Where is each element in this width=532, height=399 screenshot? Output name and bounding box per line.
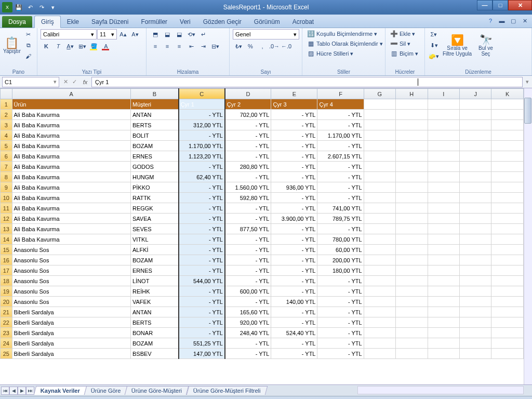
cell[interactable]: 780,00 YTL [317, 234, 364, 245]
font-size-combo[interactable]: 11▾ [97, 29, 117, 39]
cell[interactable] [491, 162, 524, 172]
cell[interactable] [491, 141, 524, 151]
row-header-21[interactable]: 21 [1, 307, 12, 317]
cell[interactable] [364, 151, 395, 162]
cell[interactable]: REGGK [130, 203, 178, 214]
row-header-20[interactable]: 20 [1, 297, 12, 307]
tab-view[interactable]: Görünüm [248, 16, 286, 28]
align-bottom-icon[interactable]: ⬓ [174, 29, 185, 39]
sheet-tab-kaynak-veriler[interactable]: Kaynak Veriler [34, 386, 87, 395]
col-header-A[interactable]: A [12, 89, 130, 99]
cell[interactable] [364, 110, 395, 120]
cell[interactable]: - YTL [317, 286, 364, 297]
cell[interactable] [459, 307, 491, 317]
increase-font-icon[interactable]: A▴ [117, 29, 129, 39]
cell[interactable] [364, 120, 395, 130]
merge-cells-icon[interactable]: ⊟▾ [209, 41, 221, 51]
cell[interactable]: - YTL [225, 203, 271, 214]
cell[interactable]: LİNOT [130, 276, 178, 286]
cell[interactable]: - YTL [225, 297, 271, 307]
cell[interactable] [364, 172, 395, 182]
cell[interactable]: 524,40 YTL [271, 328, 317, 338]
cell[interactable]: - YTL [225, 265, 271, 276]
cell[interactable]: ERNES [130, 151, 178, 162]
cell[interactable]: - YTL [179, 265, 225, 276]
cell[interactable] [364, 276, 395, 286]
formula-input[interactable]: Çyr 1 [91, 77, 523, 87]
cell[interactable] [396, 234, 428, 245]
header-cell[interactable]: Ürün [12, 99, 130, 110]
cell[interactable] [459, 317, 491, 328]
cell[interactable]: - YTL [179, 245, 225, 255]
cell[interactable]: 1.123,20 YTL [179, 151, 225, 162]
row-header-8[interactable]: 8 [1, 172, 12, 182]
cell[interactable]: - YTL [179, 110, 225, 120]
percent-icon[interactable]: % [245, 41, 256, 51]
cell[interactable]: - YTL [317, 317, 364, 328]
row-header-5[interactable]: 5 [1, 141, 12, 151]
cell[interactable] [428, 286, 459, 297]
cell[interactable]: - YTL [179, 317, 225, 328]
cell[interactable] [459, 182, 491, 193]
font-name-combo[interactable]: Calibri▾ [41, 29, 97, 39]
tab-formulas[interactable]: Formüller [135, 16, 174, 28]
cell[interactable]: Ali Baba Kavurma [12, 151, 130, 162]
cell[interactable]: 248,40 YTL [225, 328, 271, 338]
cell[interactable] [459, 110, 491, 120]
cell[interactable]: BSBEV [130, 349, 178, 359]
format-painter-icon[interactable]: 🖌 [23, 51, 34, 61]
cell[interactable]: - YTL [271, 172, 317, 182]
cell[interactable] [491, 120, 524, 130]
cell[interactable]: - YTL [225, 255, 271, 265]
cell[interactable]: - YTL [271, 110, 317, 120]
align-left-icon[interactable]: ≡ [150, 41, 161, 51]
cell[interactable] [396, 297, 428, 307]
cell[interactable]: Anasonlu Sos [12, 265, 130, 276]
cell[interactable]: 544,00 YTL [179, 276, 225, 286]
cell[interactable]: 789,75 YTL [317, 214, 364, 224]
row-header-18[interactable]: 18 [1, 276, 12, 286]
cell[interactable]: BERTS [130, 120, 178, 130]
cell[interactable]: 877,50 YTL [225, 224, 271, 234]
cell[interactable] [459, 172, 491, 182]
cell[interactable]: BOZAM [130, 255, 178, 265]
cell[interactable]: - YTL [179, 193, 225, 203]
row-header-24[interactable]: 24 [1, 338, 12, 349]
cell[interactable]: - YTL [225, 349, 271, 359]
number-format-combo[interactable]: Genel▾ [233, 29, 299, 39]
cell[interactable] [428, 265, 459, 276]
cell[interactable]: - YTL [317, 297, 364, 307]
cell[interactable]: 592,80 YTL [225, 193, 271, 203]
fx-icon[interactable]: fx [79, 79, 91, 85]
cell[interactable]: Ali Baba Kavurma [12, 182, 130, 193]
italic-button[interactable]: T [52, 41, 64, 51]
cell[interactable] [459, 120, 491, 130]
cell[interactable] [459, 338, 491, 349]
cell[interactable]: BOZAM [130, 338, 178, 349]
cell[interactable]: - YTL [271, 255, 317, 265]
cell[interactable]: - YTL [225, 130, 271, 141]
cell[interactable]: RATTK [130, 193, 178, 203]
conditional-formatting-button[interactable]: 🔢Koşullu Biçimlendirme ▾ [305, 29, 378, 38]
name-box[interactable]: C1▾ [2, 77, 59, 87]
cell[interactable] [396, 286, 428, 297]
cell[interactable]: Ali Baba Kavurma [12, 172, 130, 182]
cell[interactable] [396, 110, 428, 120]
cell[interactable]: 600,00 YTL [225, 286, 271, 297]
cell[interactable] [428, 338, 459, 349]
cell[interactable] [491, 265, 524, 276]
cell[interactable]: - YTL [317, 120, 364, 130]
cell[interactable]: - YTL [225, 338, 271, 349]
cell[interactable]: - YTL [271, 193, 317, 203]
format-cells-button[interactable]: ▥Biçim ▾ [389, 49, 419, 58]
cell[interactable]: - YTL [225, 245, 271, 255]
cell[interactable] [491, 328, 524, 338]
header-cell[interactable]: Çyr 1 [179, 99, 225, 110]
cell[interactable]: - YTL [271, 349, 317, 359]
select-all-corner[interactable] [1, 89, 12, 99]
cell[interactable] [364, 255, 395, 265]
cell[interactable]: - YTL [271, 141, 317, 151]
cell[interactable] [364, 224, 395, 234]
cell[interactable] [428, 276, 459, 286]
cell[interactable]: 147,00 YTL [179, 349, 225, 359]
